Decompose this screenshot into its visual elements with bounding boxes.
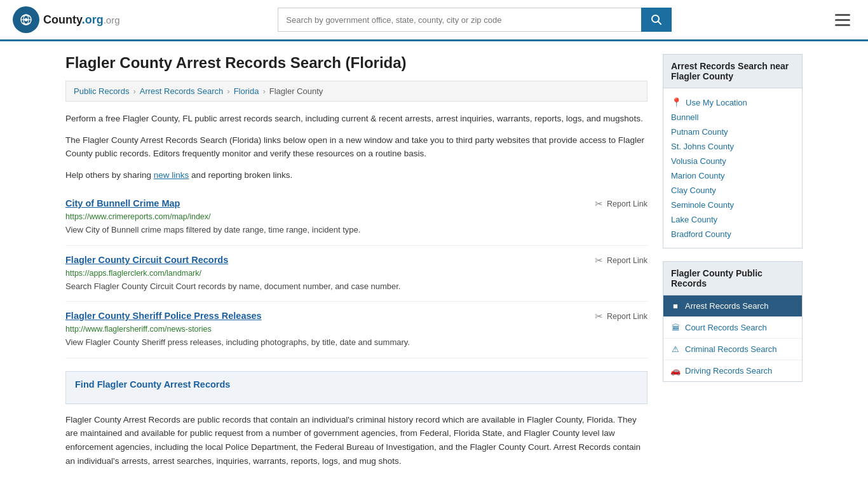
- report-link-button[interactable]: ✂ Report Link: [595, 255, 648, 266]
- breadcrumb-current: Flagler County: [269, 86, 323, 96]
- breadcrumb-arrest-records[interactable]: Arrest Records Search: [140, 86, 224, 96]
- nearby-link-seminole[interactable]: Seminole County: [671, 200, 794, 210]
- list-item: Putnam County: [671, 125, 794, 139]
- list-item: 🏛 Court Records Search: [663, 317, 802, 339]
- svg-point-4: [25, 18, 28, 22]
- criminal-icon: ⚠: [671, 345, 680, 354]
- pub-record-driving[interactable]: 🚗 Driving Records Search: [663, 360, 802, 381]
- find-section-text: Flagler County Arrest Records are public…: [65, 413, 648, 468]
- logo-icon: [13, 6, 39, 33]
- report-link-button[interactable]: ✂ Report Link: [595, 198, 648, 210]
- pub-records-title: Flagler County Public Records: [663, 261, 803, 295]
- list-item: St. Johns County: [671, 139, 794, 154]
- resource-url: https://apps.flaglerclerk.com/landmark/: [65, 269, 648, 278]
- nearby-link-marion[interactable]: Marion County: [671, 171, 794, 180]
- resource-item: City of Bunnell Crime Map ✂ Report Link …: [65, 189, 648, 246]
- search-input[interactable]: [278, 8, 641, 32]
- resource-title-link[interactable]: Flagler County Sheriff Police Press Rele…: [65, 311, 262, 321]
- list-item: Marion County: [671, 168, 794, 183]
- search-bar: [278, 8, 672, 32]
- find-section: Find Flagler County Arrest Records: [65, 371, 648, 404]
- resource-desc: View Flagler County Sheriff press releas…: [65, 336, 648, 349]
- list-item: Volusia County: [671, 154, 794, 168]
- list-item: Bunnell: [671, 110, 794, 125]
- nearby-link-bradford[interactable]: Bradford County: [671, 229, 794, 239]
- list-item: Bradford County: [671, 227, 794, 241]
- find-section-title: Find Flagler County Arrest Records: [75, 379, 638, 390]
- resource-header: Flagler County Circuit Court Records ✂ R…: [65, 255, 648, 266]
- list-item: ■ Arrest Records Search: [663, 295, 802, 317]
- nearby-link-stjohns[interactable]: St. Johns County: [671, 142, 794, 151]
- report-icon: ✂: [595, 255, 603, 266]
- pub-record-criminal[interactable]: ⚠ Criminal Records Search: [663, 339, 802, 360]
- report-icon: ✂: [595, 198, 603, 210]
- location-icon: 📍: [671, 97, 682, 107]
- list-item: Seminole County: [671, 198, 794, 212]
- content-area: Flagler County Arrest Records Search (Fl…: [65, 54, 648, 475]
- report-icon: ✂: [595, 311, 603, 322]
- page-title: Flagler County Arrest Records Search (Fl…: [65, 54, 648, 72]
- nearby-link-lake[interactable]: Lake County: [671, 215, 794, 224]
- list-item: Lake County: [671, 212, 794, 227]
- search-button[interactable]: [641, 8, 672, 32]
- breadcrumb: Public Records › Arrest Records Search ›…: [65, 81, 648, 102]
- nearby-list: 📍 Use My Location Bunnell Putnam County …: [663, 88, 803, 248]
- use-my-location-link[interactable]: 📍 Use My Location: [671, 97, 794, 107]
- site-header: County.org.org: [0, 0, 868, 41]
- logo-area: County.org.org: [13, 6, 120, 33]
- pub-records-section: Flagler County Public Records ■ Arrest R…: [663, 261, 803, 382]
- new-links-link[interactable]: new links: [154, 170, 189, 180]
- resource-url: https://www.crimereports.com/map/index/: [65, 212, 648, 221]
- nearby-title: Arrest Records Search near Flagler Count…: [663, 54, 803, 88]
- resource-item: Flagler County Circuit Court Records ✂ R…: [65, 246, 648, 302]
- nearby-link-volusia[interactable]: Volusia County: [671, 156, 794, 166]
- list-item: Clay County: [671, 183, 794, 198]
- hamburger-menu-button[interactable]: [830, 11, 855, 29]
- pub-record-court[interactable]: 🏛 Court Records Search: [663, 317, 802, 338]
- list-item: 📍 Use My Location: [671, 95, 794, 110]
- resource-desc: Search Flagler County Circuit Court reco…: [65, 280, 648, 293]
- help-paragraph: Help others by sharing new links and rep…: [65, 168, 648, 182]
- breadcrumb-sep-1: ›: [133, 86, 135, 96]
- nearby-link-putnam[interactable]: Putnam County: [671, 127, 794, 137]
- detail-paragraph: The Flagler County Arrest Records Search…: [65, 133, 648, 161]
- intro-paragraph: Perform a free Flagler County, FL public…: [65, 112, 648, 126]
- resource-header: Flagler County Sheriff Police Press Rele…: [65, 311, 648, 322]
- pub-record-arrest[interactable]: ■ Arrest Records Search: [663, 295, 802, 316]
- arrest-icon: ■: [671, 302, 680, 311]
- main-container: Flagler County Arrest Records Search (Fl…: [53, 41, 815, 488]
- breadcrumb-sep-2: ›: [227, 86, 229, 96]
- svg-line-6: [658, 22, 661, 25]
- sidebar: Arrest Records Search near Flagler Count…: [663, 54, 803, 475]
- court-icon: 🏛: [671, 323, 680, 332]
- breadcrumb-florida[interactable]: Florida: [234, 86, 259, 96]
- driving-icon: 🚗: [671, 367, 680, 376]
- nearby-section: Arrest Records Search near Flagler Count…: [663, 54, 803, 248]
- list-item: ⚠ Criminal Records Search: [663, 339, 802, 360]
- nearby-link-clay[interactable]: Clay County: [671, 186, 794, 195]
- resource-title-link[interactable]: Flagler County Circuit Court Records: [65, 255, 228, 265]
- list-item: 🚗 Driving Records Search: [663, 360, 802, 381]
- breadcrumb-sep-3: ›: [262, 86, 265, 96]
- resource-item: Flagler County Sheriff Police Press Rele…: [65, 302, 648, 358]
- resource-url: http://www.flaglersheriff.com/news-stori…: [65, 325, 648, 334]
- logo-text: County.org.org: [43, 13, 120, 27]
- resource-desc: View City of Bunnell crime maps filtered…: [65, 224, 648, 236]
- resource-title-link[interactable]: City of Bunnell Crime Map: [65, 198, 180, 208]
- resource-header: City of Bunnell Crime Map ✂ Report Link: [65, 198, 648, 210]
- breadcrumb-public-records[interactable]: Public Records: [74, 86, 129, 96]
- nearby-link-bunnell[interactable]: Bunnell: [671, 112, 794, 122]
- report-link-button[interactable]: ✂ Report Link: [595, 311, 648, 322]
- pub-records-list: ■ Arrest Records Search 🏛 Court Records …: [663, 295, 803, 382]
